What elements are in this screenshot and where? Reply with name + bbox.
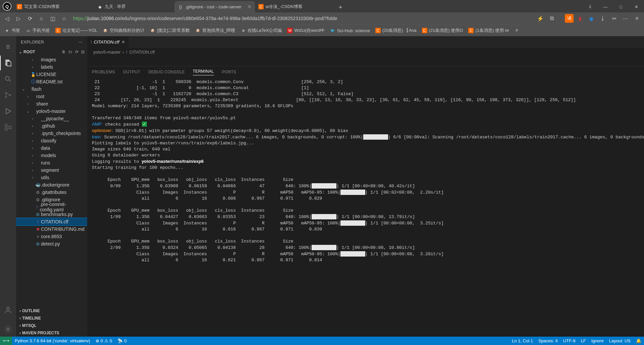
new-file-icon[interactable]: 🗎 [62,50,66,54]
tree-item[interactable]: ›.github [16,122,87,130]
status-ports[interactable]: 📡 0 [115,337,129,345]
account-icon[interactable] [0,302,16,317]
settings-icon[interactable] [0,322,16,337]
panel-tab[interactable]: PROBLEMS [92,70,115,74]
browser-tab[interactable]: Cw冷淡_-CSDN博客 [255,1,335,12]
tree-item[interactable]: 🐳.dockerignore [16,181,87,189]
status-spaces[interactable]: Spaces: 4 [536,337,560,345]
status-lang[interactable]: Ignore [589,337,606,345]
minimize-icon[interactable]: — [598,1,613,12]
bookmark-item[interactable]: 🐶[图文]二阶常系数 [148,26,192,35]
menu-icon[interactable]: ≡ [632,13,642,23]
ext-icon-2[interactable]: ◉ [586,13,596,23]
tree-item[interactable]: ›images [16,56,87,63]
new-tab-button[interactable]: + [335,2,345,12]
translate-icon[interactable]: 译 [565,14,574,23]
tree-item[interactable]: ›classify [16,137,87,144]
tree-item[interactable]: ›segment [16,166,87,174]
status-eol[interactable]: LF [578,337,589,345]
scm-icon[interactable] [0,88,16,102]
bookmark-item[interactable]: C论文笔记——YOL [53,26,100,35]
tree-item[interactable]: ›data [16,144,87,152]
bookmark-item[interactable]: ▭手机书签 [23,26,52,35]
bookmark-item[interactable]: C(1条消息) 使用 re [466,26,511,35]
more-icon[interactable]: ⋯ [621,13,631,23]
sidebar-more-icon[interactable]: ⋯ [78,40,83,45]
status-problems[interactable]: ⊗ 0 ⚠ 0 [93,337,115,345]
panel-tab[interactable]: TERMINAL [193,69,214,75]
search-icon[interactable] [0,72,16,86]
bookmark-item[interactable]: P [512,26,524,35]
download-indicator-icon[interactable]: ⇩ [582,1,598,12]
tree-item[interactable]: ›root [16,93,87,100]
tree-item[interactable]: ⚙detect.py [16,240,87,248]
close-icon[interactable]: ✕ [629,1,644,12]
tree-item[interactable]: ⓘREADME.txt [16,78,87,85]
back-icon[interactable]: ◁ [2,13,12,23]
tree-item[interactable]: ›runs [16,159,87,166]
tree-item[interactable]: ›labels [16,63,87,71]
tree-item[interactable]: ⚙.gitattributes [16,189,87,196]
close-icon[interactable]: ✕ [248,4,252,9]
menu-icon[interactable]: ≡ [0,40,16,54]
new-folder-icon[interactable]: 🗀 [68,50,72,54]
bookmark-item[interactable]: 🐶冒泡排序法_哔哩 [193,26,237,35]
popup-icon[interactable]: ⧉ [547,13,557,23]
tree-item[interactable]: ⌄yolov5-master [16,108,87,115]
shield-icon[interactable]: ◫ [48,13,58,23]
screenshot-icon[interactable]: ✂ [609,13,619,23]
close-icon[interactable]: ✕ [121,40,125,45]
url-input[interactable]: https://jiutian.10086.cn/edu/ingress-ori… [70,13,534,23]
downloads-icon[interactable]: ⭳ [598,13,608,23]
flash-icon[interactable]: ⚡ [535,13,545,23]
bookmark-item[interactable]: 🐶空间曲线积分的计 [100,26,147,35]
tree-item[interactable]: !.pre-commit-config.yaml [16,203,87,211]
status-python[interactable]: Python 3.7.6 64-bit ('conda': virtualenv… [12,337,93,345]
sidebar-panel[interactable]: › MAVEN PROJECTS [16,329,87,337]
editor-body[interactable] [87,56,644,66]
bookmark-item[interactable]: WWd1x|在word中 [285,26,327,35]
tree-item[interactable]: ›share [16,100,87,108]
status-ln[interactable]: Ln 1, Col 1 [509,337,536,345]
status-bell-icon[interactable]: 🔔 [633,337,644,345]
collapse-icon[interactable]: ⊟ [81,50,85,54]
tree-item[interactable]: ✖CONTRIBUTING.md [16,225,87,233]
tree-item[interactable]: ›models [16,152,87,159]
tree-item[interactable]: ›__pycache__ [16,115,87,122]
tree-item[interactable]: ›.ipynb_checkpoints [16,130,87,137]
panel-tab[interactable]: PORTS [222,70,236,74]
terminal-output[interactable]: 21 -1 1 590336 models.common.Conv [256, … [87,78,644,337]
bookmark-item[interactable]: ★书签 [2,26,22,35]
home-icon[interactable]: ⌂ [36,13,46,23]
tree-item[interactable]: ≡core.8653 [16,233,87,240]
extensions-icon[interactable] [0,120,16,135]
tree-item[interactable]: ⌄flash [16,85,87,93]
reload-icon[interactable]: ⟳ [25,13,35,23]
bookmark-item[interactable]: ⊕在线LaTeX公式编 [238,26,284,35]
sidebar-root[interactable]: ⌄ ROOT 🗎 🗀 ⟳ ⊟ [16,48,87,56]
bookmark-item[interactable]: C(21条消息) 使用O [420,26,466,35]
refresh-icon[interactable]: ⟳ [75,50,78,54]
debug-icon[interactable] [0,104,16,119]
tree-item[interactable]: !CITATION.cff [16,218,87,225]
explorer-icon[interactable] [0,56,16,70]
tree-item[interactable]: ›utils [16,174,87,181]
remote-icon[interactable]: ⟷ [0,337,12,345]
browser-tab[interactable]: ◆九天 · 毕昇 [94,1,174,12]
status-layout[interactable]: Layout: US [606,337,633,345]
browser-tab[interactable]: {}.gitignore - root - code-server✕ [174,1,255,12]
maximize-icon[interactable]: □ [613,1,629,12]
panel-tab[interactable]: DEBUG CONSOLE [148,70,185,74]
tree-item[interactable]: 🏅LICENSE [16,71,87,78]
sidebar-panel[interactable]: › OUTLINE [16,307,87,315]
bookmark-item[interactable]: C(20条消息) 【Ana [373,26,419,35]
status-encoding[interactable]: UTF-8 [560,337,578,345]
editor-tab[interactable]: ! CITATION.cff ✕ [87,36,128,48]
sidebar-panel[interactable]: › MYSQL [16,322,87,329]
panel-tab[interactable]: OUTPUT [123,70,140,74]
ext-icon-1[interactable]: ▮ [575,13,585,23]
sidebar-panel[interactable]: › TIMELINE [16,315,87,322]
browser-tab[interactable]: C写文章-CSDN博客 [13,1,94,12]
breadcrumb[interactable]: yolov5-master › ! CITATION.cff [87,48,644,56]
bookmark-item[interactable]: 🐦Sci-Hub: science [328,26,372,35]
